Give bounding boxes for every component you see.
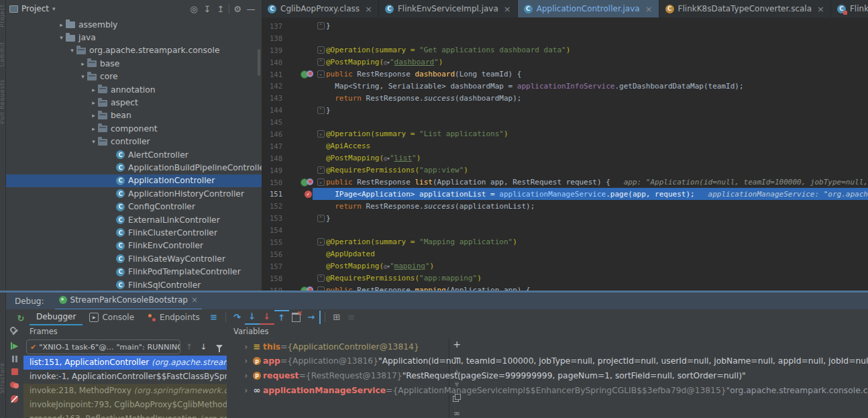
code-line-146[interactable]: 146⌄@Operation(summary = "List applicati… xyxy=(262,128,868,140)
tree-item-annotation[interactable]: ▸annotation xyxy=(5,83,262,96)
request-mapping-icon[interactable]: ◎▾ xyxy=(384,59,390,66)
resume-icon[interactable]: ▶ xyxy=(11,342,18,350)
chevron-down-icon[interactable]: ▾ xyxy=(68,47,76,54)
frame-row[interactable]: invoke:-1, ApplicationController$$FastCl… xyxy=(23,370,227,384)
editor-debug-splitter[interactable] xyxy=(0,291,868,293)
line-number[interactable]: 154 xyxy=(262,226,298,234)
tool-window-stripe-pull-requests[interactable]: Pull Requests xyxy=(0,79,5,123)
rerun-icon[interactable]: ↻ xyxy=(13,311,28,325)
variable-row[interactable]: ›∞applicationManageService = {Applicatio… xyxy=(241,383,868,398)
close-icon[interactable]: × xyxy=(817,4,824,14)
frame-row[interactable]: list:151, ApplicationController (org.apa… xyxy=(23,356,227,370)
line-number[interactable]: 146 xyxy=(262,130,298,138)
fold-expand-icon[interactable]: ⌄ xyxy=(317,238,325,246)
code-line-137[interactable]: 137⌃} xyxy=(262,20,868,32)
wrench-icon[interactable] xyxy=(10,327,19,336)
project-tree[interactable]: ▸assembly▾java▾org.apache.streampark.con… xyxy=(5,18,262,291)
code-line-141[interactable]: 141⌄public RestResponse dashboard(Long t… xyxy=(262,68,868,81)
frame-row[interactable]: proceed:163, ReflectiveMethodInvocation … xyxy=(23,412,227,418)
tool-window-stripe-project[interactable]: Project xyxy=(0,4,5,27)
close-icon[interactable]: × xyxy=(191,295,198,305)
tree-item-flinkclustercontroller[interactable]: CFlinkClusterController xyxy=(5,226,262,239)
chevron-down-icon[interactable]: ▾ xyxy=(52,5,56,12)
debug-session-tab[interactable]: StreamParkConsoleBootstrap × xyxy=(55,293,203,311)
line-number[interactable]: 143 xyxy=(262,94,298,102)
code-line-156[interactable]: 156@AppUpdated xyxy=(262,248,868,260)
threads-icon[interactable]: ≡ xyxy=(207,311,221,324)
code-line-150[interactable]: 150⌄public RestResponse list(Application… xyxy=(262,176,868,189)
editor-tab-applicationcontroller-java[interactable]: CApplicationController.java× xyxy=(518,0,659,17)
fold-expand-icon[interactable]: ⌄ xyxy=(317,178,325,186)
variable-row[interactable]: ›papp = {Application@13816} "Application… xyxy=(241,354,868,369)
line-number[interactable]: 142 xyxy=(262,82,298,90)
tree-item-assembly[interactable]: ▸assembly xyxy=(5,18,262,31)
line-number[interactable]: 151 xyxy=(262,190,298,198)
filter-icon[interactable] xyxy=(216,345,223,349)
fold-collapse-icon[interactable]: ⌃ xyxy=(317,215,325,222)
run-to-cursor-icon[interactable]: → xyxy=(304,311,321,324)
chevron-right-icon[interactable]: ▸ xyxy=(89,112,98,119)
line-number[interactable]: 149 xyxy=(262,166,298,174)
line-number[interactable]: 144 xyxy=(262,106,298,114)
breakpoint-verified-icon[interactable]: ✓ xyxy=(305,191,312,198)
code-line-139[interactable]: 139⌄@Operation(summary = "Get applicatio… xyxy=(262,44,868,56)
chevron-down-icon[interactable]: ▾ xyxy=(89,138,98,145)
code-line-142[interactable]: 142 Map<String, Serializable> dashboardM… xyxy=(262,80,868,92)
tree-item-applicationhistorycontroller[interactable]: CApplicationHistoryController xyxy=(5,187,262,200)
code-line-145[interactable]: 145 xyxy=(262,116,868,128)
step-out-icon[interactable]: ↑ xyxy=(274,310,289,325)
line-number[interactable]: 140 xyxy=(262,58,298,66)
project-scrollbar[interactable] xyxy=(258,49,260,76)
line-number[interactable]: 145 xyxy=(262,118,298,126)
tree-item-applicationbuildpipelinecontroller[interactable]: CApplicationBuildPipelineController xyxy=(5,161,262,174)
tree-item-flinkgatewaycontroller[interactable]: CFlinkGateWayController xyxy=(5,252,262,265)
fold-collapse-icon[interactable]: ⌃ xyxy=(317,166,325,174)
fold-collapse-icon[interactable]: ⌃ xyxy=(317,107,325,114)
tree-item-aspect[interactable]: ▸aspect xyxy=(5,96,262,109)
chevron-right-icon[interactable]: ▸ xyxy=(89,125,98,132)
code-line-153[interactable]: 153⌃} xyxy=(262,212,868,224)
chevron-right-icon[interactable]: › xyxy=(241,386,251,395)
line-number[interactable]: 156 xyxy=(262,250,298,258)
line-number[interactable]: 152 xyxy=(262,202,298,210)
code-line-152[interactable]: 152 return RestResponse.success(applicat… xyxy=(262,200,868,212)
code-line-148[interactable]: 148@PostMapping(◎▾"list") xyxy=(262,152,868,164)
pause-icon[interactable] xyxy=(12,356,17,362)
fold-expand-icon[interactable]: ⌄ xyxy=(317,130,325,138)
chevron-right-icon[interactable]: › xyxy=(241,356,251,366)
editor-tab-flinkk8sobserverbroker-scala[interactable]: CFlinkK8sObserverBroker.scala× xyxy=(831,0,868,17)
frame-row[interactable]: invoke:218, MethodProxy (org.springframe… xyxy=(23,384,227,398)
layout-icon[interactable]: ≡ xyxy=(344,311,359,324)
close-icon[interactable]: × xyxy=(645,4,653,14)
tree-item-org.apache.streampark.console[interactable]: ▾org.apache.streampark.console xyxy=(5,44,262,57)
step-into-icon[interactable]: ↓ xyxy=(245,310,260,325)
tree-item-component[interactable]: ▸component xyxy=(5,122,262,135)
debug-tab-endpoints[interactable]: Endpoints xyxy=(141,309,207,325)
line-number[interactable]: 157 xyxy=(262,262,298,270)
endpoint-method-icon[interactable] xyxy=(301,178,313,187)
left-tool-window-bar[interactable]: ProjectCommitPull RequestsStructure xyxy=(0,0,6,418)
editor-tab-flinkk8sdatatypeconverter-scala[interactable]: CFlinkK8sDataTypeConverter.scala× xyxy=(659,0,831,17)
editor-tab-cglibaopproxy-class[interactable]: CCglibAopProxy.class× xyxy=(262,0,379,17)
gear-icon[interactable]: ⚙ xyxy=(231,4,244,14)
line-number[interactable]: 150 xyxy=(262,178,298,187)
code-line-151[interactable]: 151✓ IPage<Application> applicationList … xyxy=(262,188,868,200)
chevron-down-icon[interactable]: ▾ xyxy=(57,34,66,41)
tree-item-configcontroller[interactable]: CConfigController xyxy=(5,200,262,213)
code-line-143[interactable]: 143 return RestResponse.success(dashboar… xyxy=(262,92,868,104)
line-number[interactable]: 158 xyxy=(262,274,298,282)
chevron-down-icon[interactable]: ▾ xyxy=(78,73,87,80)
line-number[interactable]: 147 xyxy=(262,142,298,150)
fold-collapse-icon[interactable]: ⌃ xyxy=(317,58,325,66)
tool-window-stripe-structure[interactable]: Structure xyxy=(0,362,5,393)
variable-row[interactable]: ›≡this = {ApplicationController@13814} xyxy=(241,339,868,354)
chevron-right-icon[interactable]: ▸ xyxy=(78,60,87,67)
code-line-149[interactable]: 149⌃@RequiresPermissions("app:view") xyxy=(262,164,868,176)
tree-item-bean[interactable]: ▸bean xyxy=(5,109,262,122)
request-mapping-icon[interactable]: ◎▾ xyxy=(384,263,390,270)
fold-expand-icon[interactable]: ⌄ xyxy=(317,70,325,78)
chevron-right-icon[interactable]: › xyxy=(241,342,251,352)
debug-tab-debugger[interactable]: Debugger xyxy=(30,309,83,325)
close-icon[interactable]: × xyxy=(365,4,372,14)
code-line-157[interactable]: 157@PostMapping(◎▾"mapping") xyxy=(262,260,868,272)
